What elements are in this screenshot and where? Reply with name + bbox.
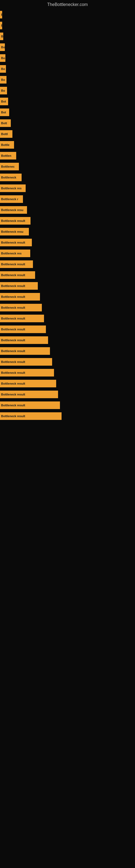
bar-label: Bottleneck result bbox=[1, 219, 25, 222]
bar-label: Bo bbox=[1, 89, 5, 92]
bar-label: Bottleneck result bbox=[1, 306, 25, 309]
bar-label: Bottleneck result bbox=[1, 414, 25, 418]
bar-label: Bottleneck result bbox=[1, 328, 25, 331]
bar-fill: Bottleneck r bbox=[0, 195, 23, 203]
bar-fill: Bottlen bbox=[0, 152, 16, 159]
bar-fill: Bottleneck result bbox=[0, 304, 42, 311]
bar-row: Bo bbox=[0, 42, 135, 53]
bar-row: Bottleneck result bbox=[0, 400, 135, 411]
bar-fill: Bottleneck result bbox=[0, 260, 33, 268]
bar-label: Bottleneck bbox=[1, 176, 16, 179]
bar-label: Bottleneck result bbox=[1, 295, 25, 299]
bar-fill: Bottleneck result bbox=[0, 315, 44, 322]
bar-row: Bottleneck result bbox=[0, 313, 135, 324]
bar-label: Bottlen bbox=[1, 154, 11, 157]
bar-row: Bottleneck res bbox=[0, 248, 135, 259]
bar-label: Bottl bbox=[1, 132, 8, 135]
bar-fill: Bottleneck result bbox=[0, 217, 31, 225]
bar-fill: Bottleneck result bbox=[0, 412, 61, 420]
bar-label: Bottle bbox=[1, 143, 9, 147]
bar-row: Bottleneck resu bbox=[0, 226, 135, 237]
bar-row: Bottleneck result bbox=[0, 335, 135, 346]
bars-container: BBBBoBoBoBoBoBotBotBottBottlBottleBottle… bbox=[0, 9, 135, 422]
bar-label: Bottleneck result bbox=[1, 284, 25, 287]
bar-fill: Bottleneck result bbox=[0, 391, 58, 398]
bar-fill: Bottleneck result bbox=[0, 282, 38, 290]
bar-row: Bottleneck result bbox=[0, 389, 135, 400]
bar-fill: Bott bbox=[0, 119, 11, 127]
bar-label: Bottleneck result bbox=[1, 371, 25, 374]
bar-row: B bbox=[0, 31, 135, 42]
bar-fill: Bo bbox=[0, 54, 5, 62]
bar-label: Bottleneck result bbox=[1, 241, 25, 244]
bar-label: Bottleneck result bbox=[1, 317, 25, 320]
bar-row: Bottleneck resu bbox=[0, 205, 135, 215]
bar-label: Bottleneck result bbox=[1, 273, 25, 277]
bar-fill: Bottleneck result bbox=[0, 293, 40, 301]
bar-label: Bottleneck res bbox=[1, 252, 21, 255]
bar-row: Bo bbox=[0, 85, 135, 96]
bar-label: Bottleneck result bbox=[1, 393, 25, 396]
bar-label: Bottleneck result bbox=[1, 360, 25, 364]
bar-row: Bo bbox=[0, 74, 135, 85]
bar-fill: Bottleneck result bbox=[0, 369, 54, 376]
bar-label: Bot bbox=[1, 100, 6, 103]
bar-row: Bottleneck result bbox=[0, 356, 135, 367]
bar-label: Bot bbox=[1, 111, 6, 114]
bar-row: Bott bbox=[0, 118, 135, 129]
bar-fill: Bottleneck result bbox=[0, 380, 56, 388]
bar-fill: Bottleneck result bbox=[0, 326, 46, 333]
bar-fill: Bottle bbox=[0, 141, 14, 149]
bar-row: Bottleneck result bbox=[0, 411, 135, 422]
bar-label: Bottleneck result bbox=[1, 262, 25, 266]
bar-fill: Bottleneck result bbox=[0, 271, 35, 279]
bar-label: Bott bbox=[1, 122, 7, 125]
bar-fill: B bbox=[0, 11, 2, 19]
bar-label: Bottleneck result bbox=[1, 404, 25, 407]
bar-label: Bottleneck result bbox=[1, 349, 25, 352]
bar-row: Bottl bbox=[0, 129, 135, 140]
bar-label: Bottleneck result bbox=[1, 382, 25, 385]
bar-label: Bottleneck resu bbox=[1, 230, 24, 233]
bar-row: Bot bbox=[0, 107, 135, 118]
bar-fill: Bot bbox=[0, 108, 9, 116]
bar-row: B bbox=[0, 9, 135, 20]
bar-fill: Bottleneck resu bbox=[0, 228, 29, 236]
bar-label: B bbox=[1, 35, 3, 38]
bar-row: Bottlenec bbox=[0, 161, 135, 172]
bar-fill: Bottlenec bbox=[0, 163, 19, 170]
bar-row: Bottleneck r bbox=[0, 194, 135, 205]
bar-row: Bottleneck result bbox=[0, 259, 135, 270]
bar-label: Bottleneck result bbox=[1, 339, 25, 342]
bar-fill: Bo bbox=[0, 87, 7, 94]
bar-row: Bottleneck result bbox=[0, 270, 135, 280]
bar-label: Bo bbox=[1, 45, 5, 49]
bar-row: Bottleneck result bbox=[0, 367, 135, 378]
bar-label: Bottlenec bbox=[1, 165, 14, 168]
bar-label: Bo bbox=[1, 78, 5, 82]
bar-row: B bbox=[0, 20, 135, 31]
bar-row: Bottleneck result bbox=[0, 302, 135, 313]
bar-label: Bottleneck res bbox=[1, 187, 21, 190]
bar-fill: Bottleneck res bbox=[0, 184, 26, 192]
bar-row: Bo bbox=[0, 63, 135, 74]
bar-fill: Bottleneck result bbox=[0, 347, 50, 355]
bar-fill: Bottleneck bbox=[0, 174, 21, 181]
bar-row: Bottleneck res bbox=[0, 183, 135, 194]
bar-label: B bbox=[1, 13, 2, 16]
bar-row: Bottleneck bbox=[0, 172, 135, 183]
bar-fill: B bbox=[0, 33, 3, 40]
bar-label: Bo bbox=[1, 56, 5, 60]
bar-label: Bottleneck r bbox=[1, 197, 18, 201]
bar-fill: Bottleneck result bbox=[0, 336, 48, 344]
bar-row: Bottle bbox=[0, 140, 135, 150]
bar-row: Bo bbox=[0, 53, 135, 63]
bar-fill: Bottleneck result bbox=[0, 239, 32, 246]
bar-label: Bo bbox=[1, 67, 5, 70]
bar-fill: Bo bbox=[0, 43, 5, 51]
bar-fill: Bot bbox=[0, 98, 8, 105]
bar-fill: B bbox=[0, 22, 2, 29]
bar-row: Bottleneck result bbox=[0, 280, 135, 291]
bar-fill: Bottleneck res bbox=[0, 250, 30, 257]
bar-fill: Bo bbox=[0, 65, 6, 73]
